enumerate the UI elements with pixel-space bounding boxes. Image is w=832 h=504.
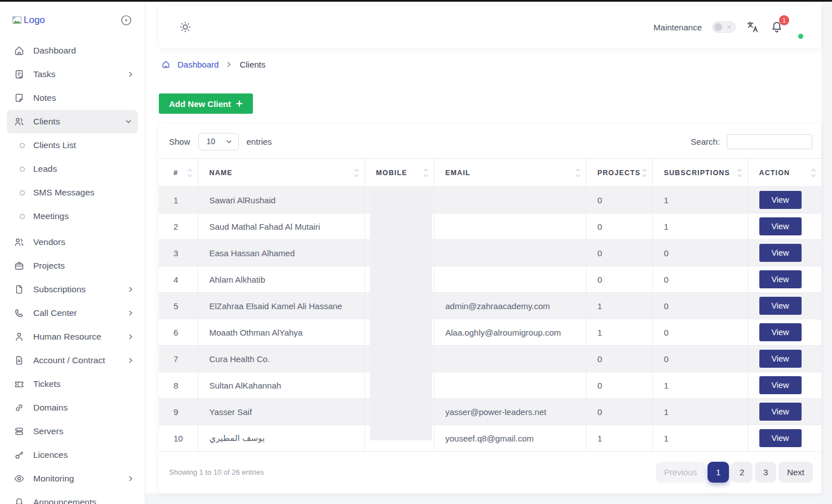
bullet-icon bbox=[20, 190, 25, 195]
sidebar-subitem-meetings[interactable]: Meetings bbox=[0, 204, 145, 228]
clients-table-card: Show 10 entries Search: # NAME MOBILE bbox=[159, 124, 821, 493]
table-row: 8Sultan AlKahannah01View bbox=[159, 372, 821, 399]
sidebar-subitem-leads[interactable]: Leads bbox=[0, 157, 145, 181]
cell-projects: 1 bbox=[586, 319, 652, 346]
view-client-button[interactable]: View bbox=[759, 270, 802, 288]
sort-icon bbox=[423, 167, 429, 179]
table-header-row: # NAME MOBILE EMAIL PROJECTS SUBSCRIPTIO… bbox=[159, 159, 821, 187]
column-header-index[interactable]: # bbox=[159, 159, 198, 187]
sidebar: Logo Dashboard Tasks Notes Clients bbox=[0, 0, 145, 504]
sidebar-item-announcements[interactable]: Announcements bbox=[0, 490, 145, 504]
cell-projects: 1 bbox=[586, 425, 652, 452]
table-footer: Showing 1 to 10 of 26 entries Previous 1… bbox=[159, 451, 821, 493]
theme-toggle-button[interactable] bbox=[178, 20, 193, 34]
cell-name: Saud Mathal Fahad Al Mutairi bbox=[198, 213, 364, 240]
notifications-button[interactable]: 1 bbox=[770, 20, 784, 34]
chevron-right-icon bbox=[127, 333, 135, 341]
sidebar-item-label: Dashboard bbox=[33, 46, 76, 56]
pagination-previous-button[interactable]: Previous bbox=[656, 462, 705, 483]
breadcrumb-dashboard-link[interactable]: Dashboard bbox=[177, 60, 219, 69]
sidebar-item-notes[interactable]: Notes bbox=[0, 86, 145, 110]
ticket-icon bbox=[14, 378, 25, 390]
logo[interactable]: Logo bbox=[12, 15, 45, 26]
cell-projects: 0 bbox=[586, 187, 652, 213]
chevron-down-icon bbox=[225, 138, 233, 145]
column-header-projects[interactable]: PROJECTS bbox=[586, 159, 652, 187]
column-header-email[interactable]: EMAIL bbox=[434, 159, 586, 187]
view-client-button[interactable]: View bbox=[759, 323, 802, 341]
sidebar-item-clients[interactable]: Clients bbox=[7, 110, 138, 133]
chevron-right-icon bbox=[127, 70, 135, 78]
chevron-down-icon bbox=[124, 118, 132, 126]
pagination-page-1-button[interactable]: 1 bbox=[708, 462, 729, 483]
bullet-icon bbox=[20, 167, 25, 172]
sidebar-item-label: Vendors bbox=[33, 237, 65, 247]
table-row: 1Sawari AlRushaid01View bbox=[159, 187, 821, 213]
sidebar-collapse-toggle[interactable] bbox=[120, 14, 132, 26]
top-bar: Maintenance ✕ language 1 bbox=[159, 6, 821, 48]
cell-name: ElZahraa Elsaid Kamel Ali Hassane bbox=[198, 293, 364, 319]
bell-icon bbox=[14, 497, 25, 504]
page-size-select[interactable]: 10 bbox=[198, 133, 239, 150]
sidebar-item-label: SMS Messages bbox=[33, 188, 95, 198]
sidebar-item-domains[interactable]: Domains bbox=[0, 396, 145, 420]
cell-name: Yasser Saif bbox=[198, 399, 364, 425]
note-icon bbox=[14, 92, 25, 104]
sidebar-item-monitoring[interactable]: Monitoring bbox=[0, 467, 145, 490]
add-new-client-button[interactable]: Add New Client bbox=[159, 93, 253, 114]
sidebar-item-dashboard[interactable]: Dashboard bbox=[0, 39, 145, 63]
cell-name: Sawari AlRushaid bbox=[198, 187, 364, 213]
sidebar-item-licences[interactable]: Licences bbox=[0, 443, 145, 467]
table-row: 2Saud Mathal Fahad Al Mutairi01View bbox=[159, 213, 821, 240]
sidebar-subitem-clients-list[interactable]: Clients List bbox=[0, 133, 145, 157]
phone-icon bbox=[14, 307, 25, 319]
sidebar-item-vendors[interactable]: Vendors bbox=[0, 230, 145, 254]
users-icon bbox=[14, 237, 25, 248]
sidebar-item-subscriptions[interactable]: Subscriptions bbox=[0, 278, 145, 301]
sidebar-item-tickets[interactable]: Tickets bbox=[0, 372, 145, 396]
sidebar-item-call-center[interactable]: Call Center bbox=[0, 301, 145, 325]
pagination-page-2-button[interactable]: 2 bbox=[731, 462, 753, 483]
sidebar-item-servers[interactable]: Servers bbox=[0, 420, 145, 443]
sidebar-item-label: Tasks bbox=[33, 69, 56, 79]
maintenance-toggle[interactable]: ✕ bbox=[712, 21, 736, 33]
link-icon bbox=[14, 402, 25, 413]
sidebar-item-tasks[interactable]: Tasks bbox=[0, 63, 145, 86]
sidebar-item-projects[interactable]: Projects bbox=[0, 254, 145, 278]
sidebar-item-label: Tickets bbox=[33, 379, 61, 389]
sidebar-item-label: Subscriptions bbox=[33, 284, 86, 295]
online-status-dot bbox=[798, 34, 803, 39]
sidebar-item-label: Clients List bbox=[33, 140, 76, 150]
column-header-subscriptions[interactable]: SUBSCRIPTIONS bbox=[652, 159, 748, 187]
bullet-icon bbox=[20, 143, 25, 148]
view-client-button[interactable]: View bbox=[759, 297, 802, 315]
view-client-button[interactable]: View bbox=[759, 191, 802, 209]
sidebar-item-label: Account / Contract bbox=[33, 355, 105, 365]
column-header-mobile[interactable]: MOBILE bbox=[364, 159, 434, 187]
sidebar-item-human-resource[interactable]: Human Resource bbox=[0, 325, 145, 349]
sidebar-item-account-contract[interactable]: Account / Contract bbox=[0, 349, 145, 372]
view-client-button[interactable]: View bbox=[759, 244, 802, 262]
pagination-page-3-button[interactable]: 3 bbox=[755, 462, 776, 483]
view-client-button[interactable]: View bbox=[759, 429, 802, 447]
view-client-button[interactable]: View bbox=[759, 217, 802, 235]
pagination-next-button[interactable]: Next bbox=[778, 462, 813, 483]
sidebar-subitem-sms-messages[interactable]: SMS Messages bbox=[0, 181, 145, 204]
cell-projects: 0 bbox=[586, 240, 652, 266]
toggle-off-x-icon: ✕ bbox=[727, 23, 732, 31]
cell-email bbox=[434, 240, 586, 266]
table-row: 5ElZahraa Elsaid Kamel Ali Hassaneadmin@… bbox=[159, 293, 821, 319]
cell-email: youseef.q8@gmail.com bbox=[434, 425, 586, 452]
sort-icon bbox=[187, 167, 193, 179]
cell-email: admin@zahraacademy.com bbox=[434, 293, 586, 319]
search-input[interactable] bbox=[727, 134, 812, 149]
view-client-button[interactable]: View bbox=[759, 376, 802, 394]
column-header-name[interactable]: NAME bbox=[198, 159, 364, 187]
cell-email bbox=[434, 213, 586, 240]
cell-index: 4 bbox=[159, 266, 198, 293]
view-client-button[interactable]: View bbox=[759, 403, 802, 421]
view-client-button[interactable]: View bbox=[759, 350, 802, 368]
column-header-action[interactable]: ACTION bbox=[748, 159, 821, 187]
language-switcher-button[interactable]: language bbox=[746, 21, 760, 34]
chevron-right-icon bbox=[127, 475, 135, 483]
